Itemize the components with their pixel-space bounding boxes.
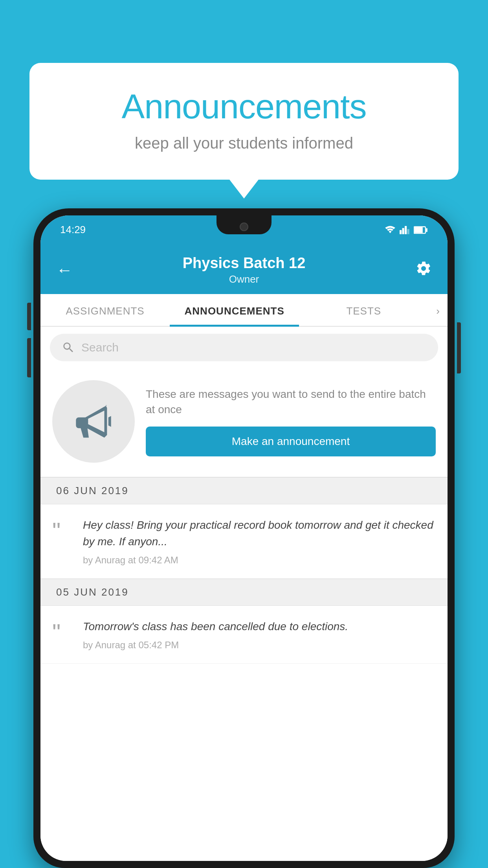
search-container: Search bbox=[40, 327, 448, 368]
announcement-content-2: Tomorrow's class has been cancelled due … bbox=[83, 618, 436, 651]
svg-rect-6 bbox=[426, 228, 427, 232]
bubble-title: Announcements bbox=[61, 86, 427, 127]
announcement-text-1: Hey class! Bring your practical record b… bbox=[83, 517, 436, 550]
megaphone-icon bbox=[72, 400, 115, 443]
svg-rect-0 bbox=[400, 230, 402, 234]
announcement-promo: These are messages you want to send to t… bbox=[40, 368, 448, 477]
tab-tests[interactable]: TESTS bbox=[299, 294, 428, 326]
status-time: 14:29 bbox=[60, 224, 86, 236]
settings-button[interactable] bbox=[415, 260, 432, 280]
search-placeholder: Search bbox=[81, 341, 119, 354]
speech-bubble-card: Announcements keep all your students inf… bbox=[29, 63, 459, 180]
svg-rect-5 bbox=[414, 227, 423, 233]
search-icon bbox=[62, 341, 75, 354]
tab-assignments[interactable]: ASSIGNMENTS bbox=[40, 294, 170, 326]
svg-rect-1 bbox=[402, 228, 404, 234]
announcement-meta-1: by Anurag at 09:42 AM bbox=[83, 555, 436, 566]
announcement-item-2: " Tomorrow's class has been cancelled du… bbox=[40, 606, 448, 664]
notch-camera bbox=[240, 223, 248, 231]
app-bar: ← Physics Batch 12 Owner bbox=[40, 244, 448, 294]
date-separator-2: 05 JUN 2019 bbox=[40, 579, 448, 606]
status-bar: 14:29 bbox=[40, 215, 448, 244]
back-button[interactable]: ← bbox=[56, 261, 73, 280]
app-bar-title: Physics Batch 12 bbox=[183, 255, 306, 272]
phone-mockup: 14:29 bbox=[33, 208, 455, 868]
search-bar[interactable]: Search bbox=[50, 334, 438, 361]
promo-right: These are messages you want to send to t… bbox=[146, 386, 436, 456]
date-separator-1: 06 JUN 2019 bbox=[40, 477, 448, 504]
tab-announcements[interactable]: ANNOUNCEMENTS bbox=[170, 294, 299, 326]
volume-down-button bbox=[27, 338, 31, 377]
phone-screen: 14:29 bbox=[40, 215, 448, 861]
phone-outer-frame: 14:29 bbox=[33, 208, 455, 868]
quote-icon-1: " bbox=[52, 519, 72, 566]
promo-icon-circle bbox=[52, 380, 135, 463]
power-button bbox=[457, 322, 461, 373]
app-bar-subtitle: Owner bbox=[183, 273, 306, 285]
quote-icon-2: " bbox=[52, 621, 72, 651]
speech-bubble-section: Announcements keep all your students inf… bbox=[29, 63, 459, 180]
tab-more[interactable]: › bbox=[428, 294, 448, 326]
battery-icon bbox=[414, 225, 428, 234]
svg-rect-2 bbox=[405, 226, 407, 234]
app-bar-title-group: Physics Batch 12 Owner bbox=[183, 255, 306, 285]
tabs-bar: ASSIGNMENTS ANNOUNCEMENTS TESTS › bbox=[40, 294, 448, 327]
announcement-meta-2: by Anurag at 05:42 PM bbox=[83, 640, 436, 651]
make-announcement-button[interactable]: Make an announcement bbox=[146, 427, 436, 456]
signal-icon bbox=[400, 225, 410, 234]
bubble-subtitle: keep all your students informed bbox=[61, 134, 427, 152]
status-icons bbox=[385, 225, 428, 234]
wifi-icon bbox=[385, 225, 396, 234]
announcement-content-1: Hey class! Bring your practical record b… bbox=[83, 517, 436, 566]
announcement-item-1: " Hey class! Bring your practical record… bbox=[40, 504, 448, 579]
phone-notch bbox=[216, 215, 272, 234]
announcement-text-2: Tomorrow's class has been cancelled due … bbox=[83, 618, 436, 635]
promo-description: These are messages you want to send to t… bbox=[146, 386, 436, 417]
volume-up-button bbox=[27, 303, 31, 330]
svg-rect-3 bbox=[407, 229, 409, 234]
content-area: Search These are messages you want to se… bbox=[40, 327, 448, 861]
